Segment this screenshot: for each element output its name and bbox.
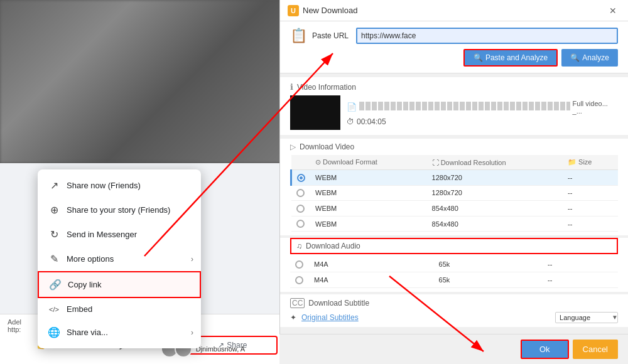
download-dialog: U New Download ✕ 📋 Paste URL 🔍 Paste and…	[279, 0, 628, 364]
video-details: 📄 Full video... _... ⏱ 00:04:05	[347, 100, 618, 126]
resolution-icon: ⛶	[432, 159, 439, 166]
video-thumbnail	[290, 95, 340, 130]
dialog-close-button[interactable]: ✕	[605, 4, 620, 17]
col-size-label: 📁 Size	[563, 155, 618, 170]
download-video-header: ▷ Download Video	[290, 139, 618, 155]
subtitle-header: CC Download Subtitle	[290, 298, 618, 308]
subtitle-sparkle-icon: ✦	[290, 313, 296, 322]
format-icon: ⊙	[315, 158, 321, 166]
analyze-button[interactable]: 🔍 Analyze	[561, 49, 618, 67]
resolution-cell: 1280x720	[427, 185, 563, 201]
share-via-icon: 🌐	[48, 326, 60, 338]
download-subtitle-section: CC Download Subtitle ✦ Original Subtitle…	[280, 294, 628, 327]
resolution-cell: 65k	[434, 257, 543, 272]
original-subtitles-link[interactable]: Original Subtitles	[301, 313, 550, 322]
url-input[interactable]	[356, 28, 618, 44]
facebook-panel: ↗ Share now (Friends) ⊕ Share to your st…	[0, 0, 283, 364]
menu-item-share-via[interactable]: 🌐 Share via... ›	[38, 320, 201, 345]
dialog-title-left: U New Download	[288, 5, 357, 16]
info-icon: ℹ	[290, 82, 293, 92]
ok-button[interactable]: Ok	[521, 340, 569, 359]
format-cell: WEBM	[310, 185, 427, 201]
paste-icon: 🔍	[474, 53, 483, 62]
cc-icon: CC	[290, 298, 305, 308]
menu-item-embed[interactable]: </> Embed	[38, 298, 201, 320]
download-audio-table: M4A 65k -- M4A 65k --	[290, 257, 618, 287]
reaction-names: Djnimbusnow, A	[196, 345, 245, 353]
radio-cell[interactable]	[291, 201, 311, 217]
radio-cell[interactable]	[290, 257, 309, 272]
size-cell: --	[563, 201, 618, 217]
col-format	[291, 155, 311, 170]
format-cell: M4A	[309, 272, 434, 287]
url-icon: 📋	[290, 28, 307, 44]
arrow-icon-2: ›	[191, 328, 193, 337]
audio-table-row[interactable]: M4A 65k --	[290, 272, 618, 287]
video-background	[0, 0, 283, 163]
context-menu: ↗ Share now (Friends) ⊕ Share to your st…	[38, 169, 201, 348]
language-select[interactable]: Language	[555, 312, 618, 323]
radio-cell[interactable]	[291, 185, 311, 201]
radio-cell[interactable]	[290, 272, 309, 287]
paste-analyze-button[interactable]: 🔍 Paste and Analyze	[463, 49, 558, 67]
cancel-button[interactable]: Cancel	[573, 340, 618, 359]
menu-item-more-options[interactable]: ✎ More options ›	[38, 247, 201, 271]
video-full-label: Full video... _...	[573, 100, 618, 115]
url-input-wrapper	[356, 28, 618, 44]
video-area	[0, 0, 283, 163]
resolution-cell: 854x480	[427, 216, 563, 232]
video-table-row[interactable]: WEBM 1280x720 --	[291, 185, 619, 201]
radio-button[interactable]	[295, 260, 303, 269]
embed-icon: </>	[48, 306, 60, 313]
radio-button[interactable]	[295, 276, 303, 284]
button-row: 🔍 Paste and Analyze 🔍 Analyze	[290, 49, 618, 67]
menu-item-copy-link[interactable]: 🔗 Copy link	[38, 271, 201, 298]
resolution-cell: 65k	[434, 272, 543, 287]
format-cell: WEBM	[310, 170, 427, 186]
resolution-cell: 854x480	[427, 201, 563, 217]
size-cell: --	[543, 272, 618, 287]
video-info-header: ℹ Video Information	[290, 82, 618, 92]
arrow-icon: ›	[191, 255, 193, 264]
share-story-icon: ⊕	[48, 204, 60, 216]
subtitle-row: ✦ Original Subtitles Language ▼	[290, 312, 618, 323]
download-video-section: ▷ Download Video ⊙ Download Format ⛶ Dow…	[280, 139, 628, 235]
copy-link-icon: 🔗	[49, 279, 62, 291]
resolution-cell: 1280x720	[427, 170, 563, 186]
menu-item-share-now[interactable]: ↗ Share now (Friends)	[38, 173, 201, 198]
video-table-row[interactable]: WEBM 854x480 --	[291, 201, 619, 217]
size-cell: --	[563, 216, 618, 232]
paste-url-label: Paste URL	[312, 31, 349, 40]
menu-item-messenger[interactable]: ↻ Send in Messenger	[38, 222, 201, 247]
col-resolution-label: ⛶ Download Resolution	[427, 155, 563, 170]
messenger-icon: ↻	[48, 228, 60, 240]
more-options-icon: ✎	[48, 253, 60, 265]
dialog-titlebar: U New Download ✕	[280, 0, 628, 21]
audio-icon: ♫	[296, 242, 302, 250]
video-duration: 00:04:05	[357, 117, 386, 126]
share-now-icon: ↗	[48, 179, 60, 191]
video-table-row[interactable]: WEBM 1280x720 --	[291, 170, 619, 186]
radio-button[interactable]	[296, 220, 305, 228]
paste-url-row: 📋 Paste URL	[290, 28, 618, 44]
menu-item-share-story[interactable]: ⊕ Share to your story (Friends)	[38, 198, 201, 222]
video-info-row: 📄 Full video... _... ⏱ 00:04:05	[290, 95, 618, 130]
radio-cell[interactable]	[291, 170, 311, 186]
size-icon: 📁	[568, 158, 577, 166]
format-cell: WEBM	[310, 216, 427, 232]
app-icon: U	[288, 5, 299, 16]
video-table-row[interactable]: WEBM 854x480 --	[291, 216, 619, 232]
dialog-title-text: New Download	[303, 6, 357, 15]
audio-table-row[interactable]: M4A 65k --	[290, 257, 618, 272]
download-video-table: ⊙ Download Format ⛶ Download Resolution …	[290, 155, 618, 232]
radio-button[interactable]	[297, 174, 305, 182]
size-cell: --	[543, 257, 618, 272]
size-cell: --	[563, 185, 618, 201]
radio-button[interactable]	[296, 205, 305, 213]
radio-button[interactable]	[296, 189, 305, 197]
clock-icon: ⏱	[347, 117, 354, 126]
download-audio-section: ♫ Download Audio M4A 65k -- M4A 65k --	[280, 238, 628, 291]
download-audio-header: ♫ Download Audio	[290, 238, 618, 254]
radio-cell[interactable]	[291, 216, 311, 232]
video-dl-icon: ▷	[290, 142, 296, 151]
